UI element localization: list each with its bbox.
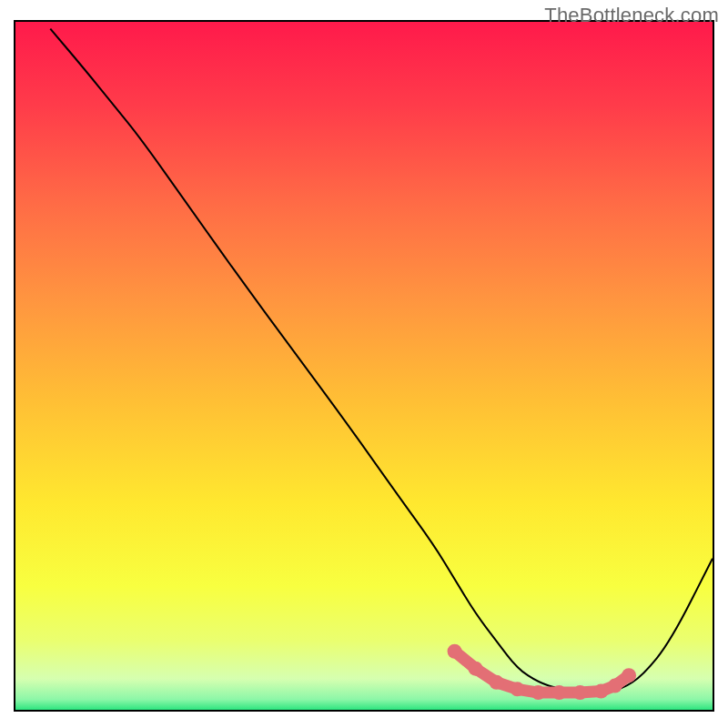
watermark-text: TheBottleneck.com bbox=[544, 4, 719, 27]
chart-plot-area bbox=[14, 20, 714, 712]
chart-container: TheBottleneck.com bbox=[0, 0, 728, 728]
svg-rect-0 bbox=[15, 22, 713, 710]
chart-background-gradient bbox=[15, 22, 713, 710]
